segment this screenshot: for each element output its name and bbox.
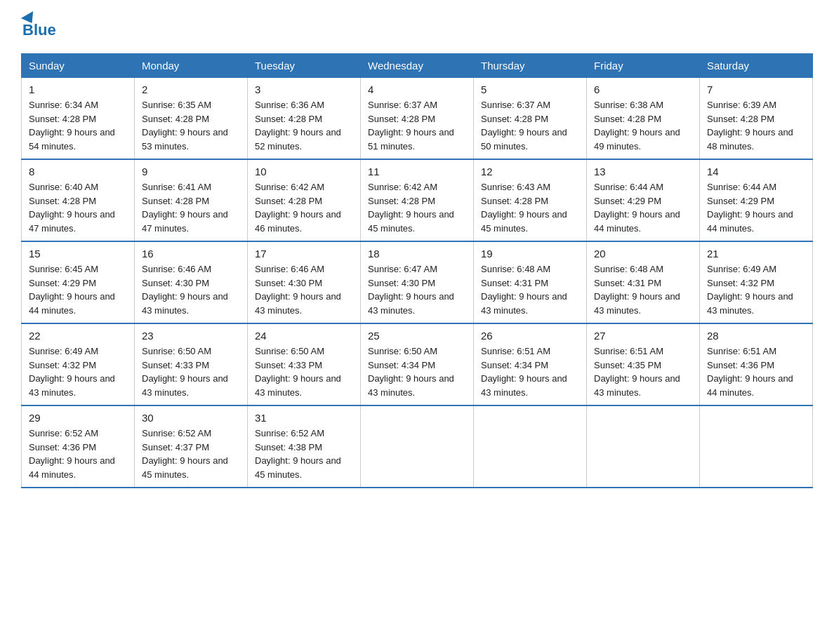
- day-info: Sunrise: 6:44 AMSunset: 4:29 PMDaylight:…: [594, 180, 692, 235]
- day-info: Sunrise: 6:44 AMSunset: 4:29 PMDaylight:…: [707, 180, 805, 235]
- day-info: Sunrise: 6:40 AMSunset: 4:28 PMDaylight:…: [29, 180, 127, 235]
- header-wednesday: Wednesday: [361, 54, 474, 78]
- calendar-cell: 6 Sunrise: 6:38 AMSunset: 4:28 PMDayligh…: [587, 78, 700, 160]
- calendar-week-row: 15 Sunrise: 6:45 AMSunset: 4:29 PMDaylig…: [22, 241, 813, 323]
- day-number: 2: [142, 83, 240, 95]
- calendar-cell: 11 Sunrise: 6:42 AMSunset: 4:28 PMDaylig…: [361, 159, 474, 241]
- day-number: 21: [707, 248, 805, 260]
- day-number: 18: [368, 248, 466, 260]
- calendar-cell: 16 Sunrise: 6:46 AMSunset: 4:30 PMDaylig…: [135, 241, 248, 323]
- day-number: 23: [142, 330, 240, 342]
- calendar-cell: 31 Sunrise: 6:52 AMSunset: 4:38 PMDaylig…: [248, 405, 361, 488]
- day-number: 17: [255, 248, 353, 260]
- day-number: 26: [481, 330, 579, 342]
- day-info: Sunrise: 6:50 AMSunset: 4:33 PMDaylight:…: [255, 344, 353, 399]
- day-number: 19: [481, 248, 579, 260]
- header-sunday: Sunday: [22, 54, 135, 78]
- day-info: Sunrise: 6:51 AMSunset: 4:34 PMDaylight:…: [481, 344, 579, 399]
- day-info: Sunrise: 6:36 AMSunset: 4:28 PMDaylight:…: [255, 98, 353, 153]
- calendar-cell: 26 Sunrise: 6:51 AMSunset: 4:34 PMDaylig…: [474, 323, 587, 405]
- day-info: Sunrise: 6:39 AMSunset: 4:28 PMDaylight:…: [707, 98, 805, 153]
- day-info: Sunrise: 6:49 AMSunset: 4:32 PMDaylight:…: [707, 262, 805, 317]
- calendar-cell: [587, 405, 700, 488]
- calendar-cell: 1 Sunrise: 6:34 AMSunset: 4:28 PMDayligh…: [22, 78, 135, 160]
- day-number: 11: [368, 166, 466, 177]
- day-info: Sunrise: 6:48 AMSunset: 4:31 PMDaylight:…: [594, 262, 692, 317]
- day-info: Sunrise: 6:37 AMSunset: 4:28 PMDaylight:…: [481, 98, 579, 153]
- day-info: Sunrise: 6:37 AMSunset: 4:28 PMDaylight:…: [368, 98, 466, 153]
- day-info: Sunrise: 6:50 AMSunset: 4:34 PMDaylight:…: [368, 344, 466, 399]
- day-number: 16: [142, 248, 240, 260]
- calendar-cell: 3 Sunrise: 6:36 AMSunset: 4:28 PMDayligh…: [248, 78, 361, 160]
- calendar-table: SundayMondayTuesdayWednesdayThursdayFrid…: [21, 53, 813, 488]
- day-number: 28: [707, 330, 805, 342]
- day-info: Sunrise: 6:42 AMSunset: 4:28 PMDaylight:…: [368, 180, 466, 235]
- day-number: 29: [29, 412, 127, 424]
- calendar-week-row: 29 Sunrise: 6:52 AMSunset: 4:36 PMDaylig…: [22, 405, 813, 488]
- day-number: 8: [29, 166, 127, 177]
- day-info: Sunrise: 6:52 AMSunset: 4:38 PMDaylight:…: [255, 427, 353, 481]
- day-info: Sunrise: 6:34 AMSunset: 4:28 PMDaylight:…: [29, 98, 127, 153]
- calendar-cell: [474, 405, 587, 488]
- calendar-cell: 18 Sunrise: 6:47 AMSunset: 4:30 PMDaylig…: [361, 241, 474, 323]
- day-number: 3: [255, 83, 353, 95]
- header-monday: Monday: [135, 54, 248, 78]
- calendar-cell: 15 Sunrise: 6:45 AMSunset: 4:29 PMDaylig…: [22, 241, 135, 323]
- day-number: 27: [594, 330, 692, 342]
- calendar-cell: 25 Sunrise: 6:50 AMSunset: 4:34 PMDaylig…: [361, 323, 474, 405]
- day-info: Sunrise: 6:35 AMSunset: 4:28 PMDaylight:…: [142, 98, 240, 153]
- day-info: Sunrise: 6:51 AMSunset: 4:36 PMDaylight:…: [707, 344, 805, 399]
- calendar-cell: [361, 405, 474, 488]
- calendar-cell: 5 Sunrise: 6:37 AMSunset: 4:28 PMDayligh…: [474, 78, 587, 160]
- calendar-week-row: 22 Sunrise: 6:49 AMSunset: 4:32 PMDaylig…: [22, 323, 813, 405]
- day-number: 7: [707, 83, 805, 95]
- day-info: Sunrise: 6:46 AMSunset: 4:30 PMDaylight:…: [142, 262, 240, 317]
- calendar-cell: [700, 405, 813, 488]
- day-number: 1: [29, 83, 127, 95]
- calendar-cell: 9 Sunrise: 6:41 AMSunset: 4:28 PMDayligh…: [135, 159, 248, 241]
- day-info: Sunrise: 6:47 AMSunset: 4:30 PMDaylight:…: [368, 262, 466, 317]
- day-number: 5: [481, 83, 579, 95]
- calendar-cell: 28 Sunrise: 6:51 AMSunset: 4:36 PMDaylig…: [700, 323, 813, 405]
- calendar-week-row: 8 Sunrise: 6:40 AMSunset: 4:28 PMDayligh…: [22, 159, 813, 241]
- day-number: 6: [594, 83, 692, 95]
- day-info: Sunrise: 6:46 AMSunset: 4:30 PMDaylight:…: [255, 262, 353, 317]
- day-number: 20: [594, 248, 692, 260]
- day-info: Sunrise: 6:50 AMSunset: 4:33 PMDaylight:…: [142, 344, 240, 399]
- calendar-cell: 14 Sunrise: 6:44 AMSunset: 4:29 PMDaylig…: [700, 159, 813, 241]
- day-info: Sunrise: 6:43 AMSunset: 4:28 PMDaylight:…: [481, 180, 579, 235]
- calendar-cell: 13 Sunrise: 6:44 AMSunset: 4:29 PMDaylig…: [587, 159, 700, 241]
- day-number: 15: [29, 248, 127, 260]
- calendar-cell: 4 Sunrise: 6:37 AMSunset: 4:28 PMDayligh…: [361, 78, 474, 160]
- day-number: 25: [368, 330, 466, 342]
- day-number: 22: [29, 330, 127, 342]
- header-saturday: Saturday: [700, 54, 813, 78]
- day-number: 12: [481, 166, 579, 177]
- calendar-cell: 27 Sunrise: 6:51 AMSunset: 4:35 PMDaylig…: [587, 323, 700, 405]
- day-info: Sunrise: 6:41 AMSunset: 4:28 PMDaylight:…: [142, 180, 240, 235]
- day-number: 24: [255, 330, 353, 342]
- calendar-cell: 23 Sunrise: 6:50 AMSunset: 4:33 PMDaylig…: [135, 323, 248, 405]
- day-number: 30: [142, 412, 240, 424]
- calendar-cell: 20 Sunrise: 6:48 AMSunset: 4:31 PMDaylig…: [587, 241, 700, 323]
- header-friday: Friday: [587, 54, 700, 78]
- calendar-cell: 19 Sunrise: 6:48 AMSunset: 4:31 PMDaylig…: [474, 241, 587, 323]
- calendar-cell: 29 Sunrise: 6:52 AMSunset: 4:36 PMDaylig…: [22, 405, 135, 488]
- day-info: Sunrise: 6:42 AMSunset: 4:28 PMDaylight:…: [255, 180, 353, 235]
- day-info: Sunrise: 6:52 AMSunset: 4:37 PMDaylight:…: [142, 427, 240, 481]
- day-info: Sunrise: 6:45 AMSunset: 4:29 PMDaylight:…: [29, 262, 127, 317]
- day-number: 9: [142, 166, 240, 177]
- header-thursday: Thursday: [474, 54, 587, 78]
- calendar-cell: 12 Sunrise: 6:43 AMSunset: 4:28 PMDaylig…: [474, 159, 587, 241]
- calendar-cell: 21 Sunrise: 6:49 AMSunset: 4:32 PMDaylig…: [700, 241, 813, 323]
- day-info: Sunrise: 6:48 AMSunset: 4:31 PMDaylight:…: [481, 262, 579, 317]
- calendar-cell: 30 Sunrise: 6:52 AMSunset: 4:37 PMDaylig…: [135, 405, 248, 488]
- day-info: Sunrise: 6:51 AMSunset: 4:35 PMDaylight:…: [594, 344, 692, 399]
- day-number: 14: [707, 166, 805, 177]
- calendar-cell: 7 Sunrise: 6:39 AMSunset: 4:28 PMDayligh…: [700, 78, 813, 160]
- day-number: 10: [255, 166, 353, 177]
- day-info: Sunrise: 6:38 AMSunset: 4:28 PMDaylight:…: [594, 98, 692, 153]
- day-info: Sunrise: 6:52 AMSunset: 4:36 PMDaylight:…: [29, 427, 127, 481]
- logo: Blue: [21, 14, 56, 39]
- calendar-cell: 8 Sunrise: 6:40 AMSunset: 4:28 PMDayligh…: [22, 159, 135, 241]
